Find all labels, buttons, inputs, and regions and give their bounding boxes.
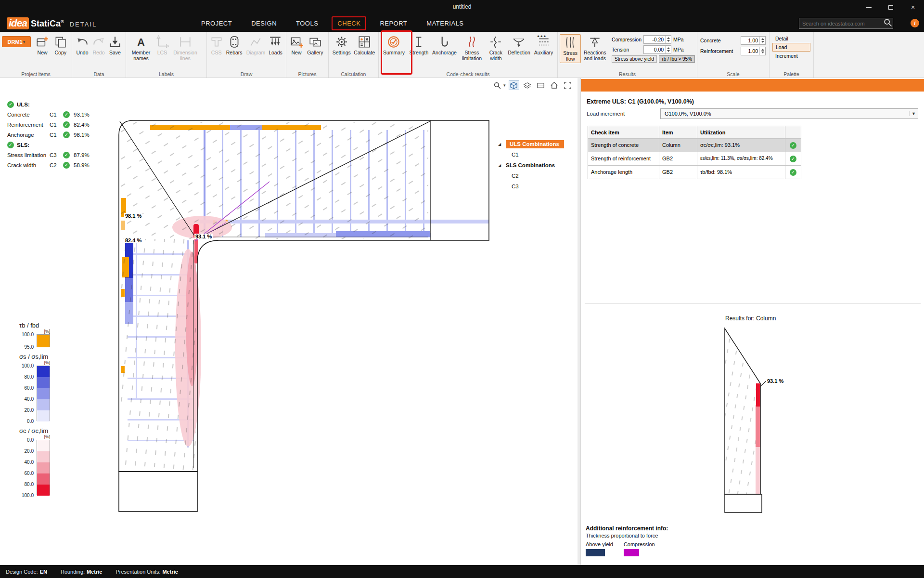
legend-reinforcement: σs / σs,lim [%] 100.0 80.0 60.0 40.0 20.… xyxy=(14,353,61,421)
rebars-button[interactable]: Rebars xyxy=(224,34,244,56)
summary-row-reinforcement: ReinforcementC1✓82.4% xyxy=(7,119,99,130)
column-utilization-label: 93.1 % xyxy=(766,378,784,384)
undo-icon xyxy=(76,35,89,49)
menu-report[interactable]: REPORT xyxy=(380,20,407,27)
reinforcement-scale-stepper[interactable]: 1.00 xyxy=(741,47,766,55)
menu-check[interactable]: CHECK xyxy=(337,20,360,27)
lcs-button[interactable]: LCS xyxy=(154,34,170,56)
close-icon: × xyxy=(911,3,915,11)
column-result-drawing xyxy=(703,318,823,520)
anchorage-button[interactable]: Anchorage xyxy=(431,34,458,56)
results-summary: ✓ULS: ConcreteC1✓93.1% ReinforcementC1✓8… xyxy=(7,99,99,170)
compression-stepper[interactable]: -0.20 xyxy=(643,35,671,44)
ribbon-group-pictures: New Gallery Pictures xyxy=(286,32,329,78)
maximize-button[interactable] xyxy=(880,0,902,14)
compression-unit: MPa xyxy=(673,37,684,42)
tree-item-sls-combinations[interactable]: ◢ SLS Combinations xyxy=(498,160,578,171)
check-circle-icon: ✓ xyxy=(63,111,70,118)
summary-button[interactable]: Summary xyxy=(381,34,407,56)
strength-button[interactable]: Strength xyxy=(407,34,431,56)
ribbon-group-scale: Concrete 1.00 Reinforcement 1.00 Scale xyxy=(697,32,770,78)
save-button[interactable]: Save xyxy=(107,34,123,56)
ribbon-group-project-items: DRM1▾ New Copy Project items xyxy=(0,32,72,78)
minimize-button[interactable] xyxy=(858,0,880,14)
concrete-scale-stepper[interactable]: 1.00 xyxy=(741,36,766,45)
load-increment-dropdown[interactable]: G100.0%, V100.0% ▼ xyxy=(660,108,918,119)
tree-item-c2[interactable]: C2 xyxy=(498,171,578,181)
gear-icon xyxy=(335,35,348,49)
palette-load-option[interactable]: Load xyxy=(772,43,810,52)
check-circle-icon: ✓ xyxy=(63,131,70,138)
member-names-button[interactable]: A Member names xyxy=(128,34,154,62)
loads-icon xyxy=(269,35,282,49)
tree-item-c1[interactable]: C1 xyxy=(498,149,578,160)
menu-project[interactable]: PROJECT xyxy=(201,20,232,27)
minimize-icon xyxy=(866,7,872,8)
tb-fbu-toggle[interactable]: τb / fbu > 95% xyxy=(659,55,695,63)
window-title: untitled xyxy=(0,3,924,10)
undo-button[interactable]: Undo xyxy=(74,34,90,56)
info-icon[interactable]: i xyxy=(911,19,919,27)
stress-limitation-icon xyxy=(465,35,478,49)
zoom-fit-icon[interactable] xyxy=(563,80,573,90)
zoom-dropdown-icon[interactable]: ▾ xyxy=(503,83,506,88)
stress-limitation-button[interactable]: Stress limitation xyxy=(458,34,486,62)
color-legend: τb / fbd [%] 100.0 95.0 σs / σs,lim [%] … xyxy=(14,322,61,501)
loads-button[interactable]: Loads xyxy=(267,34,284,56)
tension-stepper[interactable]: 0.00 xyxy=(643,45,671,54)
search-box[interactable] xyxy=(799,18,893,29)
stress-flow-icon xyxy=(564,36,577,49)
new-picture-button[interactable]: New xyxy=(288,34,305,56)
copy-item-button[interactable]: Copy xyxy=(51,34,70,56)
ribbon-group-calculation: Settings Calculate Calculation xyxy=(329,32,379,78)
anchorage-hook-icon xyxy=(437,35,451,49)
zoom-icon[interactable] xyxy=(492,80,502,90)
new-item-icon xyxy=(36,35,49,49)
layers-icon[interactable] xyxy=(522,80,533,90)
legend-concrete: σc / σc,lim [%] 0.0 20.0 40.0 60.0 80.0 … xyxy=(14,427,61,495)
tree-item-uls-combinations[interactable]: ◢ ULS Combinations xyxy=(498,139,578,149)
new-picture-icon xyxy=(290,35,303,49)
search-input[interactable] xyxy=(799,21,883,26)
close-button[interactable]: × xyxy=(902,0,924,14)
new-item-button[interactable]: New xyxy=(34,34,51,56)
idea-logo: idea xyxy=(7,17,29,29)
tree-expander-icon[interactable]: ◢ xyxy=(498,163,503,168)
ribbon-group-data: Undo Redo Save Data xyxy=(72,32,126,78)
css-button[interactable]: CSS xyxy=(209,34,224,56)
table-row-strength-of-concrete[interactable]: Strength of concrete Column σc/σc,lim: 9… xyxy=(588,139,801,152)
stress-flow-button[interactable]: Stress flow xyxy=(560,34,581,63)
anchorage-utilization-label: 98.1 % xyxy=(124,213,142,219)
tree-item-c3[interactable]: C3 xyxy=(498,181,578,192)
reactions-loads-button[interactable]: Reactions and loads xyxy=(581,34,609,62)
settings-button[interactable]: Settings xyxy=(331,34,353,56)
summary-row-stress-limitation: Stress limitationC3✓87.9% xyxy=(7,150,99,160)
menu-tools[interactable]: TOOLS xyxy=(296,20,318,27)
diagram-button[interactable]: Diagram xyxy=(244,34,267,56)
more-results-button[interactable]: ••• xyxy=(537,33,547,40)
search-icon[interactable] xyxy=(883,18,893,29)
palette-increment-option[interactable]: Increment xyxy=(772,52,810,60)
display-options-icon[interactable] xyxy=(536,80,546,90)
redo-button[interactable]: Redo xyxy=(90,34,107,56)
gallery-button[interactable]: Gallery xyxy=(305,34,326,56)
tree-expander-icon[interactable]: ◢ xyxy=(498,142,503,146)
calculate-button[interactable]: Calculate xyxy=(353,34,376,56)
table-row-strength-of-reinforcement[interactable]: Strength of reinforcement GB2 εs/εs,lim:… xyxy=(588,152,801,166)
crack-width-button[interactable]: Crack width xyxy=(486,34,506,62)
calculator-icon xyxy=(358,35,371,49)
view-3d-cube-icon[interactable] xyxy=(509,80,519,90)
menu-design[interactable]: DESIGN xyxy=(251,20,277,27)
check-circle-icon: ✓ xyxy=(790,156,796,162)
table-row-anchorage-length[interactable]: Anchorage length GB2 τb/fbd: 98.1% ✓ xyxy=(588,166,801,179)
stress-above-yield-toggle[interactable]: Stress above yield xyxy=(612,55,657,63)
deflection-button[interactable]: Deflection xyxy=(506,34,532,56)
home-view-icon[interactable] xyxy=(549,80,560,90)
palette-detail-option[interactable]: Detail xyxy=(772,35,810,42)
menu-materials[interactable]: MATERIALS xyxy=(426,20,463,27)
redo-icon xyxy=(92,35,105,49)
status-design-code: Design Code:EN xyxy=(6,569,47,575)
drm1-dropdown[interactable]: DRM1▾ xyxy=(2,36,31,47)
dimension-lines-button[interactable]: Dimension lines xyxy=(170,34,200,62)
member-names-icon: A xyxy=(134,35,148,49)
